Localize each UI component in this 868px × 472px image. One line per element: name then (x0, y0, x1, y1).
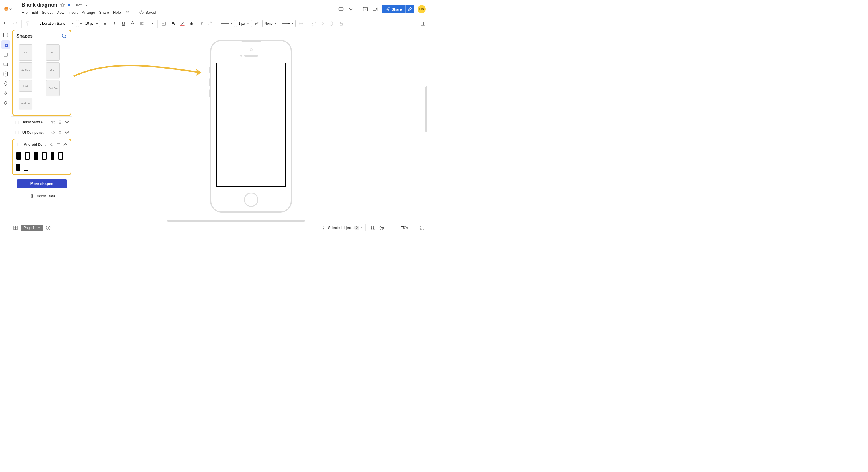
text-color-button[interactable]: A (129, 20, 136, 28)
star-icon[interactable] (50, 142, 54, 147)
present-icon[interactable] (362, 6, 369, 12)
line-routing-button[interactable] (253, 20, 261, 28)
chevron-down-icon[interactable] (360, 227, 363, 229)
shape-iphone-6s[interactable]: 6s (46, 44, 60, 61)
undo-button[interactable] (2, 20, 10, 28)
star-icon[interactable] (51, 120, 55, 124)
android-shape[interactable] (17, 152, 21, 160)
rail-launch-button[interactable] (1, 80, 10, 88)
gradient-button[interactable] (187, 20, 195, 28)
rail-images-button[interactable] (1, 60, 10, 69)
flip-line-button[interactable] (297, 20, 305, 28)
star-icon[interactable] (51, 130, 55, 135)
chevron-down-icon[interactable] (65, 130, 69, 135)
menu-share[interactable]: Share (99, 10, 109, 14)
group-android[interactable]: ⋮⋮ Android Devi... (13, 139, 71, 150)
saved-indicator[interactable]: Saved (139, 10, 156, 14)
shape-ipad-pro-1[interactable]: iPad Pro (46, 80, 60, 96)
share-link-button[interactable] (405, 5, 414, 13)
android-shape[interactable] (58, 152, 63, 160)
android-shape[interactable] (51, 152, 54, 160)
trash-icon[interactable] (56, 142, 61, 147)
menu-arrange[interactable]: Arrange (82, 10, 95, 14)
search-icon[interactable] (61, 33, 67, 39)
android-shape[interactable] (25, 152, 30, 160)
shape-ipad-pro-2[interactable]: iPad Pro (19, 98, 32, 109)
binoculars-icon[interactable] (125, 10, 130, 15)
shape-style-button[interactable] (197, 20, 205, 28)
shape-ipad-2[interactable]: iPad (19, 80, 32, 92)
magic-button[interactable] (206, 20, 214, 28)
menu-file[interactable]: File (22, 10, 28, 14)
chevron-down-icon[interactable] (9, 8, 12, 11)
action-button[interactable] (319, 20, 327, 28)
increase-size-button[interactable]: + (94, 21, 100, 26)
rail-containers-button[interactable] (1, 50, 10, 59)
add-page-button[interactable] (44, 224, 52, 232)
font-size-stepper[interactable]: − 10 pt + (78, 20, 100, 27)
bold-button[interactable]: B (101, 20, 109, 28)
shape-iphone-se[interactable]: SE (19, 44, 32, 61)
star-icon[interactable] (60, 3, 65, 8)
layers-button[interactable] (369, 224, 377, 232)
app-logo[interactable] (3, 5, 13, 13)
chevron-down-icon[interactable] (85, 4, 88, 7)
line-style-select[interactable] (219, 20, 235, 27)
align-button[interactable] (138, 20, 146, 28)
android-shape[interactable] (34, 152, 38, 160)
fullscreen-button[interactable] (418, 224, 426, 232)
shape-color-button[interactable] (160, 20, 168, 28)
menu-view[interactable]: View (57, 10, 65, 14)
rail-shapes-button[interactable] (1, 40, 10, 49)
menu-insert[interactable]: Insert (68, 10, 78, 14)
list-view-button[interactable] (2, 224, 10, 232)
rail-outline-button[interactable] (1, 31, 10, 39)
android-shape[interactable] (42, 152, 47, 160)
import-data-button[interactable]: Import Data (11, 191, 72, 201)
layer-button[interactable] (328, 20, 336, 28)
line-start-select[interactable]: None (262, 20, 278, 27)
shape-ipad-1[interactable]: iPad (46, 62, 60, 78)
chevron-up-icon[interactable] (63, 142, 68, 147)
document-title[interactable]: Blank diagram (22, 2, 57, 8)
line-end-select[interactable] (280, 20, 296, 27)
group-tableview[interactable]: ⋮⋮ Table View C... (11, 117, 72, 127)
drag-handle-icon[interactable]: ⋮⋮ (14, 131, 20, 134)
canvas[interactable] (72, 29, 429, 223)
border-color-button[interactable] (178, 20, 186, 28)
android-shape[interactable] (24, 163, 28, 171)
chevron-down-icon[interactable] (65, 120, 69, 124)
menu-help[interactable]: Help (113, 10, 121, 14)
share-button[interactable]: Share (382, 5, 414, 13)
zoom-out-button[interactable] (392, 224, 400, 232)
redo-button[interactable] (11, 20, 19, 28)
horizontal-scrollbar[interactable] (167, 220, 305, 221)
avatar[interactable]: DS (417, 5, 426, 13)
font-select[interactable]: Liberation Sans (37, 20, 77, 27)
draft-label[interactable]: Draft (74, 3, 82, 7)
chevron-down-icon[interactable] (348, 6, 354, 12)
rail-plugins-button[interactable] (1, 99, 10, 107)
iphone-mockup[interactable] (210, 40, 292, 213)
text-options-button[interactable]: T (147, 20, 155, 28)
fill-color-button[interactable] (169, 20, 177, 28)
comment-icon[interactable] (338, 6, 344, 12)
lock-button[interactable] (337, 20, 345, 28)
panels-toggle-button[interactable] (419, 20, 427, 28)
drag-handle-icon[interactable]: ⋮⋮ (16, 143, 22, 146)
iphone-screen[interactable] (216, 63, 286, 187)
underline-button[interactable]: U (119, 20, 127, 28)
decrease-size-button[interactable]: − (79, 21, 84, 26)
trash-icon[interactable] (58, 120, 62, 124)
trash-icon[interactable] (58, 130, 62, 135)
rail-ai-button[interactable] (1, 89, 10, 98)
menu-edit[interactable]: Edit (32, 10, 38, 14)
menu-select[interactable]: Select (42, 10, 52, 14)
selection-icon[interactable] (319, 224, 327, 232)
format-painter-button[interactable] (24, 20, 32, 28)
grid-view-button[interactable] (11, 224, 20, 232)
font-size-value[interactable]: 10 pt (84, 22, 94, 26)
link-button[interactable] (310, 20, 318, 28)
group-uicomponents[interactable]: ⋮⋮ UI Compone... (11, 127, 72, 138)
record-icon[interactable] (372, 6, 378, 12)
